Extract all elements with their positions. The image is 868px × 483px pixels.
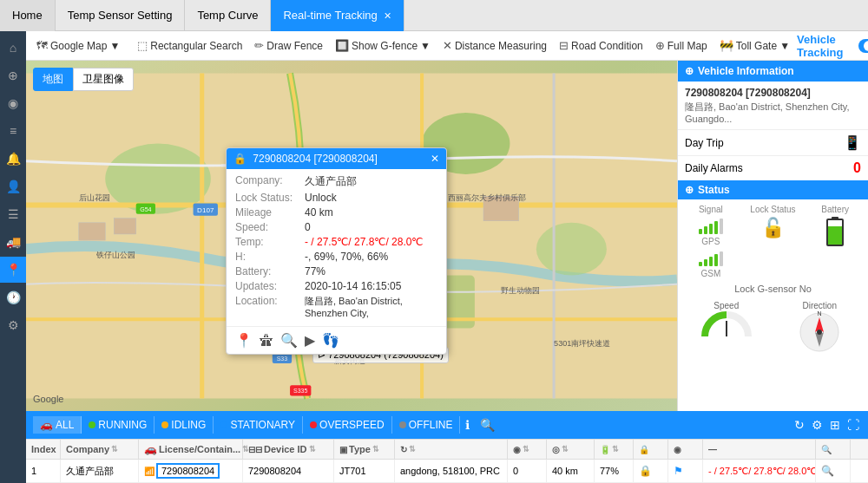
svg-text:铁仔山公园: 铁仔山公园 [95, 251, 135, 259]
close-tab-icon[interactable]: ✕ [384, 10, 391, 21]
svg-text:S33: S33 [277, 356, 288, 362]
svg-text:西丽高尔夫乡村俱乐部: 西丽高尔夫乡村俱乐部 [448, 193, 526, 202]
fullscreen-icon[interactable]: ⛶ [845, 416, 861, 434]
td-action[interactable]: 🔍 [816, 460, 851, 482]
bar4 [714, 221, 718, 234]
columns-icon[interactable]: ⊞ [828, 416, 842, 434]
settings-icon[interactable]: ⚙ [810, 416, 825, 434]
filter-all-button[interactable]: 🚗 ALL [33, 416, 82, 434]
overspeed-dot [310, 421, 317, 428]
filter-idling-button[interactable]: IDLING [155, 416, 214, 434]
row-action-icon[interactable]: 🔍 [821, 465, 834, 477]
th-status[interactable]: ◉ [668, 440, 703, 459]
sidebar-clock-icon[interactable]: 🕐 [0, 284, 26, 310]
th-action[interactable]: 🔍 [816, 440, 851, 459]
tab-temp-sensor[interactable]: Temp Sensor Setting [56, 0, 186, 31]
gbar1 [699, 262, 702, 266]
map-type-map[interactable]: 地图 [33, 68, 73, 91]
bar1 [699, 229, 702, 234]
tab-realtime[interactable]: Real-time Tracking ✕ [271, 0, 404, 31]
sidebar-list-icon[interactable]: ☰ [0, 201, 26, 227]
map-type-satellite[interactable]: 卫星图像 [73, 68, 134, 91]
popup-route-icon[interactable]: 🛣 [260, 333, 273, 349]
running-dot [89, 421, 95, 428]
th-speed[interactable]: ◉ ⇅ [508, 440, 547, 459]
td-lock: 🔒 [634, 460, 668, 482]
rect-search-icon: ⬚ [137, 39, 148, 52]
type-icon: ▣ [339, 445, 347, 454]
map-type-buttons: 地图 卫星图像 [33, 68, 134, 91]
sidebar: ⌂ ⊕ ◉ ≡ 🔔 👤 ☰ 🚚 📍 🕐 ⚙ [0, 31, 26, 483]
svg-text:5301南坪快速道: 5301南坪快速道 [554, 339, 610, 348]
bar3 [709, 224, 713, 234]
draw-fence-button[interactable]: ✏ Draw Fence [249, 36, 328, 55]
day-trip-row: Day Trip 📱 [678, 129, 868, 155]
speed-sort-icon: ⇅ [523, 445, 529, 454]
th-mileage[interactable]: ◎ ⇅ [547, 440, 595, 459]
th-deviceid[interactable]: ⊟⊟ Device ID ⇅ [243, 440, 334, 459]
search-filter-icon[interactable]: 🔍 [475, 418, 500, 432]
type-sort-icon: ⇅ [372, 445, 379, 454]
tab-temp-curve[interactable]: Temp Curve [185, 0, 271, 31]
th-addr[interactable]: ↻ ⇅ [395, 440, 508, 459]
sidebar-bell-icon[interactable]: 🔔 [0, 146, 26, 172]
th-company[interactable]: Company ⇅ [61, 440, 139, 459]
svg-rect-6 [114, 219, 135, 234]
filter-running-button[interactable]: RUNNING [82, 416, 155, 434]
toll-gate-button[interactable]: 🚧 Toll Gate ▼ [714, 36, 795, 55]
sidebar-search-icon[interactable]: ⊕ [0, 62, 26, 88]
sidebar-home-icon[interactable]: ⌂ [0, 35, 26, 61]
bar5 [720, 219, 723, 234]
filter-overspeed-button[interactable]: OVERSPEED [303, 416, 392, 434]
th-license[interactable]: 🚗 License/Contain... ⇅ [139, 440, 243, 459]
show-gfence-button[interactable]: 🔲 Show G-fence ▼ [330, 36, 436, 55]
popup-search-icon[interactable]: 🔍 [280, 332, 298, 349]
toolbar: 🗺 Google Map ▼ ⬚ Rectangular Search ✏ Dr… [26, 31, 868, 61]
google-map-button[interactable]: 🗺 Google Map ▼ [31, 36, 125, 55]
full-map-button[interactable]: ⊕ Full Map [650, 36, 713, 55]
signal-item: Signal GPS [681, 205, 740, 278]
td-company: 久通产品部 [61, 460, 139, 482]
direction-gauge: Direction N [775, 301, 865, 354]
google-watermark: Google [33, 394, 63, 404]
sidebar-layers-icon[interactable]: ≡ [0, 118, 26, 144]
td-temp: - / 27.5℃/ 27.8℃/ 28.0℃ [703, 460, 816, 482]
sidebar-map-icon[interactable]: ◉ [0, 90, 26, 116]
tab-home[interactable]: Home [0, 0, 56, 31]
lock-status-icon: 🔒 [639, 465, 652, 477]
mileage-icon: ◎ [552, 445, 560, 454]
status-grid: Signal GPS [678, 199, 868, 284]
popup-location-icon[interactable]: 📍 [235, 332, 253, 349]
gbar3 [709, 257, 713, 266]
filter-stationary-button[interactable]: STATIONARY [214, 416, 303, 434]
th-temp[interactable]: — [703, 440, 816, 459]
refresh-icon[interactable]: ↻ [792, 416, 806, 434]
vehicle-info-icon: ⊕ [685, 65, 694, 77]
map-container[interactable]: 📍 后山花园 西丽高尔夫乡村俱乐部 铁仔山公园 平岚山公园 野生动物园 5301… [26, 61, 677, 411]
road-condition-button[interactable]: ⊟ Road Condition [554, 36, 648, 55]
vehicle-table: Index Company ⇅ 🚗 License/Contain... ⇅ ⊟… [26, 439, 868, 483]
sidebar-user-icon[interactable]: 👤 [0, 173, 26, 199]
popup-more-icon[interactable]: 👣 [322, 332, 339, 349]
info-icon[interactable]: ℹ [460, 418, 475, 432]
table-header: Index Company ⇅ 🚗 License/Contain... ⇅ ⊟… [26, 440, 868, 460]
tracking-switch[interactable] [858, 39, 868, 53]
popup-track-icon[interactable]: ▶ [305, 332, 315, 349]
rectangular-search-button[interactable]: ⬚ Rectangular Search [132, 36, 247, 55]
company-sort-icon: ⇅ [111, 445, 118, 454]
popup-lock-icon: 🔒 [233, 153, 247, 165]
vehicle-tracking-toggle[interactable]: Vehicle Tracking [797, 33, 868, 59]
popup-close-icon[interactable]: ✕ [431, 153, 439, 165]
td-status: ⚑ [668, 460, 703, 482]
sidebar-truck-icon[interactable]: 🚚 [0, 229, 26, 255]
filter-offline-button[interactable]: OFFLINE [392, 416, 461, 434]
sidebar-realtime-icon[interactable]: 📍 [0, 257, 26, 283]
sidebar-settings-icon[interactable]: ⚙ [0, 312, 26, 338]
distance-measuring-button[interactable]: ✕ Distance Measuring [437, 36, 552, 55]
th-battery[interactable]: 🔋 ⇅ [595, 440, 634, 459]
th-type[interactable]: ▣ Type ⇅ [334, 440, 395, 459]
battery-icon: 🔋 [600, 445, 610, 454]
daily-alarms-row: Daily Alarms 0 [678, 155, 868, 180]
th-lock[interactable]: 🔒 [634, 440, 668, 459]
fence-icon: ✏ [254, 39, 264, 52]
